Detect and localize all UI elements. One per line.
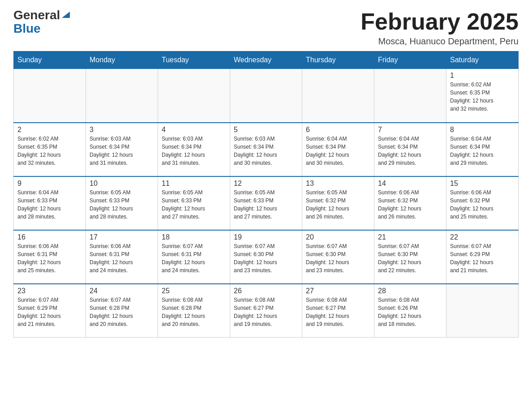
calendar-cell: 13Sunrise: 6:05 AM Sunset: 6:32 PM Dayli… (302, 176, 374, 230)
calendar-week-row: 9Sunrise: 6:04 AM Sunset: 6:33 PM Daylig… (14, 176, 519, 230)
day-info: Sunrise: 6:07 AM Sunset: 6:30 PM Dayligh… (234, 242, 298, 274)
day-info: Sunrise: 6:07 AM Sunset: 6:28 PM Dayligh… (90, 296, 154, 328)
calendar-cell: 15Sunrise: 6:06 AM Sunset: 6:32 PM Dayli… (446, 176, 519, 230)
calendar-cell: 9Sunrise: 6:04 AM Sunset: 6:33 PM Daylig… (14, 176, 86, 230)
day-info: Sunrise: 6:06 AM Sunset: 6:31 PM Dayligh… (17, 242, 82, 274)
day-info: Sunrise: 6:04 AM Sunset: 6:34 PM Dayligh… (378, 135, 442, 167)
day-number: 11 (162, 180, 226, 188)
calendar-cell (158, 69, 230, 123)
day-info: Sunrise: 6:05 AM Sunset: 6:32 PM Dayligh… (306, 188, 370, 221)
calendar-week-row: 2Sunrise: 6:02 AM Sunset: 6:35 PM Daylig… (14, 123, 519, 176)
day-info: Sunrise: 6:06 AM Sunset: 6:31 PM Dayligh… (90, 242, 154, 274)
day-info: Sunrise: 6:04 AM Sunset: 6:33 PM Dayligh… (17, 188, 82, 221)
svg-marker-0 (62, 12, 70, 18)
day-number: 15 (450, 180, 515, 188)
day-info: Sunrise: 6:03 AM Sunset: 6:34 PM Dayligh… (162, 135, 226, 167)
weekday-header: Monday (86, 51, 158, 69)
day-number: 23 (17, 287, 82, 295)
day-info: Sunrise: 6:08 AM Sunset: 6:27 PM Dayligh… (306, 296, 370, 328)
day-number: 2 (17, 126, 82, 134)
day-number: 8 (450, 126, 515, 134)
calendar-cell: 17Sunrise: 6:06 AM Sunset: 6:31 PM Dayli… (86, 230, 158, 284)
day-number: 27 (306, 287, 370, 295)
day-number: 18 (162, 233, 226, 241)
day-number: 21 (378, 233, 442, 241)
calendar-cell: 18Sunrise: 6:07 AM Sunset: 6:31 PM Dayli… (158, 230, 230, 284)
logo: General Blue (13, 9, 71, 36)
weekday-header-row: SundayMondayTuesdayWednesdayThursdayFrid… (14, 51, 519, 69)
logo-blue: Blue (13, 21, 41, 35)
calendar-cell: 22Sunrise: 6:07 AM Sunset: 6:29 PM Dayli… (446, 230, 519, 284)
day-number: 16 (17, 233, 82, 241)
day-number: 28 (378, 287, 442, 295)
day-info: Sunrise: 6:03 AM Sunset: 6:34 PM Dayligh… (234, 135, 298, 167)
day-number: 26 (234, 287, 298, 295)
page-header: General Blue February 2025 Mosca, Huanuc… (13, 9, 519, 47)
calendar-cell: 1Sunrise: 6:02 AM Sunset: 6:35 PM Daylig… (446, 69, 519, 123)
day-number: 3 (90, 126, 154, 134)
calendar-week-row: 23Sunrise: 6:07 AM Sunset: 6:29 PM Dayli… (14, 284, 519, 338)
day-info: Sunrise: 6:06 AM Sunset: 6:32 PM Dayligh… (450, 188, 515, 221)
day-number: 6 (306, 126, 370, 134)
calendar-cell: 24Sunrise: 6:07 AM Sunset: 6:28 PM Dayli… (86, 284, 158, 338)
calendar-cell: 21Sunrise: 6:07 AM Sunset: 6:30 PM Dayli… (374, 230, 446, 284)
calendar-cell: 3Sunrise: 6:03 AM Sunset: 6:34 PM Daylig… (86, 123, 158, 176)
calendar-cell: 2Sunrise: 6:02 AM Sunset: 6:35 PM Daylig… (14, 123, 86, 176)
weekday-header: Wednesday (230, 51, 302, 69)
day-info: Sunrise: 6:05 AM Sunset: 6:33 PM Dayligh… (234, 188, 298, 221)
day-number: 24 (90, 287, 154, 295)
day-info: Sunrise: 6:07 AM Sunset: 6:30 PM Dayligh… (306, 242, 370, 274)
day-number: 14 (378, 180, 442, 188)
calendar-table: SundayMondayTuesdayWednesdayThursdayFrid… (13, 51, 519, 338)
logo-general: General (13, 9, 60, 21)
calendar-cell: 4Sunrise: 6:03 AM Sunset: 6:34 PM Daylig… (158, 123, 230, 176)
day-info: Sunrise: 6:05 AM Sunset: 6:33 PM Dayligh… (90, 188, 154, 221)
day-number: 1 (450, 72, 515, 80)
calendar-cell: 16Sunrise: 6:06 AM Sunset: 6:31 PM Dayli… (14, 230, 86, 284)
calendar-title: February 2025 (360, 9, 519, 34)
weekday-header: Sunday (14, 51, 86, 69)
calendar-cell: 11Sunrise: 6:05 AM Sunset: 6:33 PM Dayli… (158, 176, 230, 230)
day-number: 19 (234, 233, 298, 241)
calendar-cell: 26Sunrise: 6:08 AM Sunset: 6:27 PM Dayli… (230, 284, 302, 338)
calendar-cell: 20Sunrise: 6:07 AM Sunset: 6:30 PM Dayli… (302, 230, 374, 284)
calendar-cell (230, 69, 302, 123)
weekday-header: Saturday (446, 51, 519, 69)
calendar-cell: 14Sunrise: 6:06 AM Sunset: 6:32 PM Dayli… (374, 176, 446, 230)
day-info: Sunrise: 6:03 AM Sunset: 6:34 PM Dayligh… (90, 135, 154, 167)
day-number: 7 (378, 126, 442, 134)
calendar-cell: 25Sunrise: 6:08 AM Sunset: 6:28 PM Dayli… (158, 284, 230, 338)
calendar-cell (302, 69, 374, 123)
calendar-cell: 6Sunrise: 6:04 AM Sunset: 6:34 PM Daylig… (302, 123, 374, 176)
weekday-header: Tuesday (158, 51, 230, 69)
calendar-cell: 23Sunrise: 6:07 AM Sunset: 6:29 PM Dayli… (14, 284, 86, 338)
day-number: 4 (162, 126, 226, 134)
calendar-cell (14, 69, 86, 123)
day-info: Sunrise: 6:02 AM Sunset: 6:35 PM Dayligh… (17, 135, 82, 167)
day-info: Sunrise: 6:06 AM Sunset: 6:32 PM Dayligh… (378, 188, 442, 221)
day-number: 10 (90, 180, 154, 188)
calendar-cell (446, 284, 519, 338)
calendar-cell: 28Sunrise: 6:08 AM Sunset: 6:26 PM Dayli… (374, 284, 446, 338)
calendar-cell: 10Sunrise: 6:05 AM Sunset: 6:33 PM Dayli… (86, 176, 158, 230)
day-info: Sunrise: 6:08 AM Sunset: 6:27 PM Dayligh… (234, 296, 298, 328)
calendar-cell (86, 69, 158, 123)
day-info: Sunrise: 6:08 AM Sunset: 6:26 PM Dayligh… (378, 296, 442, 328)
calendar-subtitle: Mosca, Huanuco Department, Peru (360, 36, 519, 47)
logo-triangle-icon (61, 10, 71, 19)
title-area: February 2025 Mosca, Huanuco Department,… (360, 9, 519, 47)
calendar-week-row: 1Sunrise: 6:02 AM Sunset: 6:35 PM Daylig… (14, 69, 519, 123)
weekday-header: Friday (374, 51, 446, 69)
day-info: Sunrise: 6:07 AM Sunset: 6:31 PM Dayligh… (162, 242, 226, 274)
calendar-cell: 5Sunrise: 6:03 AM Sunset: 6:34 PM Daylig… (230, 123, 302, 176)
day-info: Sunrise: 6:08 AM Sunset: 6:28 PM Dayligh… (162, 296, 226, 328)
day-number: 20 (306, 233, 370, 241)
day-number: 5 (234, 126, 298, 134)
calendar-cell (374, 69, 446, 123)
weekday-header: Thursday (302, 51, 374, 69)
calendar-cell: 8Sunrise: 6:04 AM Sunset: 6:34 PM Daylig… (446, 123, 519, 176)
calendar-cell: 12Sunrise: 6:05 AM Sunset: 6:33 PM Dayli… (230, 176, 302, 230)
day-number: 17 (90, 233, 154, 241)
calendar-cell: 7Sunrise: 6:04 AM Sunset: 6:34 PM Daylig… (374, 123, 446, 176)
day-info: Sunrise: 6:02 AM Sunset: 6:35 PM Dayligh… (450, 81, 515, 113)
